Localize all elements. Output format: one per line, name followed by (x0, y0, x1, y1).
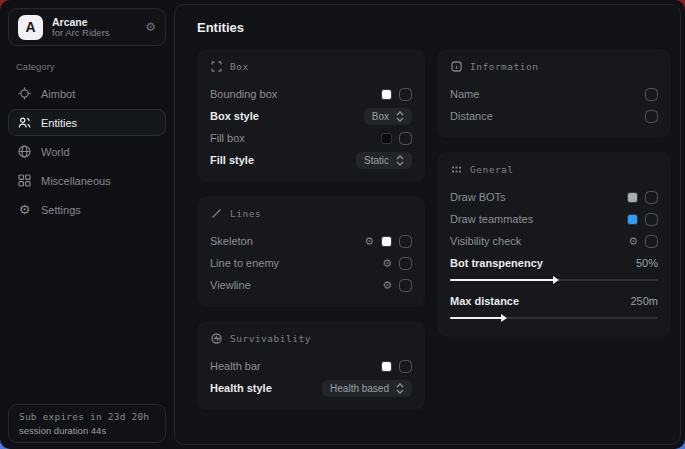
sidebar-item-miscellaneous[interactable]: Miscellaneous (8, 167, 166, 194)
row-label: Distance (450, 110, 645, 122)
information-panel-header: Information (450, 60, 658, 72)
select-value: Health based (330, 383, 389, 394)
panel-columns: Box Bounding box Box style Box (197, 49, 667, 410)
select-value: Box (372, 111, 389, 122)
sub-expiry-text: Sub expires in 23d 20h (19, 411, 155, 422)
gear-icon[interactable]: ⚙ (382, 258, 392, 269)
max-distance-value: 250m (630, 295, 658, 307)
brand-subtitle: for Arc Riders (52, 28, 136, 39)
sidebar-item-aimbot[interactable]: Aimbot (8, 80, 166, 107)
info-icon (450, 60, 462, 72)
max-distance-slider[interactable] (450, 312, 658, 324)
fill-style-row: Fill style Static (210, 149, 412, 171)
color-swatch[interactable] (381, 89, 392, 100)
bounding-box-checkbox[interactable] (399, 88, 412, 101)
fill-box-checkbox[interactable] (399, 132, 412, 145)
line-to-enemy-checkbox[interactable] (399, 257, 412, 270)
fill-style-select[interactable]: Static (356, 152, 412, 169)
sidebar-item-settings[interactable]: ⚙ Settings (8, 196, 166, 223)
sidebar-item-label: Miscellaneous (41, 175, 111, 187)
row-label: Max distance (450, 295, 630, 307)
distance-row: Distance (450, 105, 658, 127)
name-checkbox[interactable] (645, 88, 658, 101)
sidebar-item-label: Aimbot (41, 88, 75, 100)
panel-title: Lines (230, 208, 261, 219)
color-swatch[interactable] (381, 133, 392, 144)
draw-bots-checkbox[interactable] (645, 191, 658, 204)
survivability-panel: Survivability Health bar Health style He… (197, 321, 425, 410)
session-duration-text: session duration 44s (19, 425, 155, 436)
sidebar-item-label: Settings (41, 204, 81, 216)
health-bar-checkbox[interactable] (399, 360, 412, 373)
brand-name: Arcane (52, 16, 136, 28)
lines-panel-header: Lines (210, 207, 412, 219)
box-brackets-icon (210, 60, 222, 72)
box-panel: Box Bounding box Box style Box (197, 49, 425, 182)
name-row: Name (450, 83, 658, 105)
globe-icon (18, 145, 31, 158)
panel-title: Box (230, 61, 249, 72)
right-column: Information Name Distance (437, 49, 671, 337)
information-panel: Information Name Distance (437, 49, 671, 138)
pulse-icon (210, 332, 222, 344)
row-label: Draw teammates (450, 213, 627, 225)
gear-icon[interactable]: ⚙ (382, 280, 392, 291)
lines-panel: Lines Skeleton ⚙ Line to enemy ⚙ (197, 196, 425, 307)
page-title: Entities (197, 20, 680, 35)
row-label: Skeleton (210, 235, 364, 247)
fill-box-row: Fill box (210, 127, 412, 149)
box-style-select[interactable]: Box (364, 108, 412, 125)
sidebar-item-label: World (41, 146, 70, 158)
skeleton-row: Skeleton ⚙ (210, 230, 412, 252)
brand-logo: A (18, 15, 43, 40)
row-label: Bounding box (210, 88, 381, 100)
settings-gear-icon[interactable]: ⚙ (145, 20, 156, 34)
sidebar-item-world[interactable]: World (8, 138, 166, 165)
sidebar: A Arcane for Arc Riders ⚙ Category Aimbo… (0, 0, 174, 449)
visibility-check-row: Visibility check ⚙ (450, 230, 658, 252)
row-label: Draw BOTs (450, 191, 627, 203)
color-swatch[interactable] (627, 192, 638, 203)
health-style-row: Health style Health based (210, 377, 412, 399)
chevron-up-down-icon (396, 383, 404, 394)
health-style-select[interactable]: Health based (322, 380, 412, 397)
survivability-panel-header: Survivability (210, 332, 412, 344)
slider-track[interactable] (450, 279, 658, 281)
gear-icon[interactable]: ⚙ (364, 236, 374, 247)
entities-icon (18, 116, 31, 129)
category-label: Category (16, 61, 166, 72)
visibility-check-checkbox[interactable] (645, 235, 658, 248)
slider-thumb[interactable] (501, 314, 507, 322)
slider-thumb[interactable] (553, 276, 559, 284)
color-swatch[interactable] (381, 361, 392, 372)
panel-title: Information (470, 61, 538, 72)
color-swatch[interactable] (627, 214, 638, 225)
bot-transparency-value: 50% (636, 257, 658, 269)
row-label: Viewline (210, 279, 382, 291)
sidebar-item-label: Entities (41, 117, 77, 129)
row-label: Health style (210, 382, 322, 394)
draw-teammates-checkbox[interactable] (645, 213, 658, 226)
viewline-checkbox[interactable] (399, 279, 412, 292)
color-swatch[interactable] (381, 236, 392, 247)
sidebar-item-entities[interactable]: Entities (8, 109, 166, 136)
row-label: Bot transpenency (450, 257, 636, 269)
gear-icon: ⚙ (18, 203, 31, 216)
draw-teammates-row: Draw teammates (450, 208, 658, 230)
distance-checkbox[interactable] (645, 110, 658, 123)
draw-bots-row: Draw BOTs (450, 186, 658, 208)
chevron-up-down-icon (396, 111, 404, 122)
brand-text: Arcane for Arc Riders (52, 16, 136, 39)
row-label: Health bar (210, 360, 381, 372)
skeleton-checkbox[interactable] (399, 235, 412, 248)
gear-icon[interactable]: ⚙ (628, 236, 638, 247)
box-panel-header: Box (210, 60, 412, 72)
slider-track[interactable] (450, 317, 658, 319)
general-panel-header: General (450, 163, 658, 175)
slider-fill (450, 317, 502, 319)
max-distance-row: Max distance 250m (450, 290, 658, 312)
chevron-up-down-icon (396, 155, 404, 166)
subscription-card: Sub expires in 23d 20h session duration … (8, 404, 166, 443)
bot-transparency-slider[interactable] (450, 274, 658, 286)
app-window: A Arcane for Arc Riders ⚙ Category Aimbo… (0, 0, 685, 449)
